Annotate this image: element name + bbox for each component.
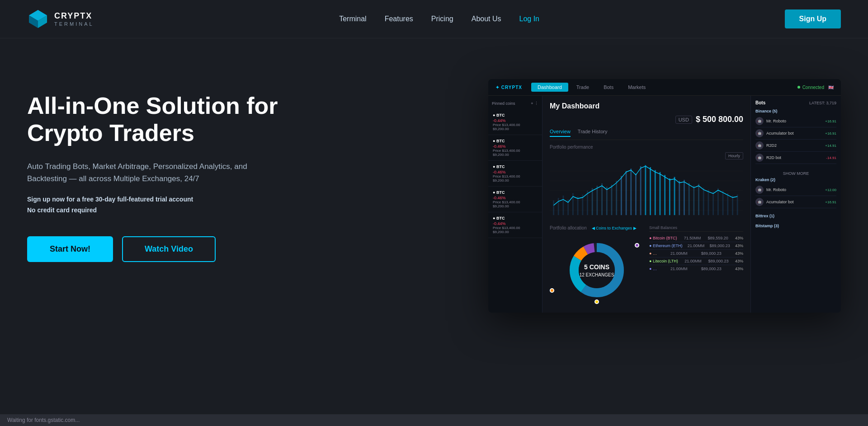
- bot-acumulator-2: 🤖 Acumulator bot +16.91: [755, 196, 836, 208]
- portfolio-allocation: Portfolio allocation ◀ Coins to Exchange…: [550, 225, 644, 306]
- svg-rect-23: [621, 176, 622, 215]
- svg-rect-18: [596, 186, 598, 215]
- exchange-kraken-name: Kraken (2): [755, 178, 836, 182]
- svg-rect-25: [630, 169, 632, 215]
- bot-avatar-1: 🤖: [755, 117, 764, 125]
- dashboard-subtabs: Overview Trade History: [550, 129, 743, 140]
- dashboard-body: Pinned coins + ⋮ ● BTC -0.44% Price $13,…: [488, 96, 841, 313]
- donut-dot-top: [635, 243, 639, 248]
- bot-acumulator-1: 🤖 Acumulator bot +16.91: [755, 127, 836, 140]
- svg-rect-21: [611, 185, 613, 215]
- bot-info-3: R2D2: [766, 143, 822, 148]
- dash-tab-bots[interactable]: Bots: [597, 83, 620, 92]
- hero-no-card-text: No credit card required: [27, 206, 307, 214]
- dash-connected-status: Connected 🇬🇧: [797, 85, 834, 90]
- alloc-row-3: ● … 21.00MM $89,000.23 43%: [649, 250, 743, 257]
- exchange-bittrex: Bittrex (1): [755, 214, 836, 218]
- subtab-trade-history[interactable]: Trade History: [578, 129, 608, 137]
- bot-info-2: Acumulator bot: [766, 131, 822, 136]
- watch-video-button[interactable]: Watch Video: [122, 236, 216, 262]
- nav-about[interactable]: About Us: [472, 15, 501, 23]
- bot-name-4: R2D bot: [766, 155, 823, 160]
- bot-name-5: Mr. Roboto: [766, 187, 822, 192]
- dashboard-main: My Dashboard USD $ 500 800.00 Overview T…: [542, 96, 750, 313]
- dashboard-sidebar: Pinned coins + ⋮ ● BTC -0.44% Price $13,…: [488, 96, 542, 313]
- bot-change-2: +16.91: [825, 131, 836, 136]
- dash-tab-dashboard[interactable]: Dashboard: [531, 83, 568, 92]
- nav-login[interactable]: Log In: [519, 15, 539, 23]
- alloc-row-5: ● … 21.00MM $89,000.23 43%: [649, 265, 743, 272]
- bots-count: LATEST: 3,719: [809, 101, 836, 105]
- bot-avatar-3: 🤖: [755, 141, 764, 150]
- subtab-overview[interactable]: Overview: [550, 129, 571, 137]
- svg-rect-17: [592, 188, 593, 215]
- bot-avatar-4: 🤖: [755, 154, 764, 162]
- coin-allocation-list: Small Balances ● Bitcoin (BTC) 71.50MM $…: [649, 225, 743, 306]
- dashboard-tabs: Dashboard Trade Bots Markets: [531, 83, 652, 92]
- donut-dot-left: [550, 288, 554, 293]
- signup-button[interactable]: Sign Up: [785, 9, 841, 28]
- svg-rect-24: [626, 171, 627, 215]
- dash-tab-markets[interactable]: Markets: [622, 83, 652, 92]
- hero-content: All-in-One Solution for Crypto Traders A…: [27, 75, 307, 262]
- bot-mr-roboto-1: 🤖 Mr. Roboto +16.91: [755, 115, 836, 127]
- alloc-row-4: ● Litecoin (LTH) 21.00MM $89,000.23 43%: [649, 257, 743, 265]
- nav-features[interactable]: Features: [385, 15, 413, 23]
- nav-terminal[interactable]: Terminal: [339, 15, 366, 23]
- exchange-bitstamp: Bitstamp (3): [755, 224, 836, 228]
- chart-label: Portfolio performance: [550, 145, 743, 150]
- svg-rect-44: [722, 191, 724, 215]
- dashboard-title: My Dashboard: [550, 102, 743, 110]
- svg-rect-43: [717, 188, 719, 215]
- bot-change-4: -14.91: [826, 156, 836, 160]
- svg-rect-14: [577, 197, 579, 215]
- svg-rect-38: [693, 186, 694, 215]
- alloc-row-1: ● Bitcoin (BTC) 71.50MM $89,559.20 43%: [649, 234, 743, 242]
- exchange-bittrex-name: Bittrex (1): [755, 214, 836, 218]
- alloc-row-2: ● Ethereum (ETH) 21.00MM $89,000.23 43%: [649, 242, 743, 250]
- svg-rect-10: [558, 198, 559, 215]
- logo-subtitle: TERMINAL: [54, 21, 94, 27]
- bot-change-6: +16.91: [825, 200, 836, 204]
- bot-info-5: Mr. Roboto: [766, 187, 822, 192]
- currency-badge[interactable]: USD: [675, 116, 692, 124]
- exchange-binance-name: Binance (5): [755, 109, 836, 113]
- svg-rect-35: [679, 181, 680, 215]
- svg-rect-46: [732, 196, 733, 215]
- hero-cta-text: Sign up now for a free 30-day full-featu…: [27, 196, 307, 203]
- allocation-header: Small Balances: [649, 225, 743, 232]
- bot-r2d2: 🤖 R2D2 +14.91: [755, 140, 836, 152]
- bot-info-1: Mr. Roboto: [766, 119, 822, 123]
- coin-item-2: ● BTC -0.46% Price $13,400.00 $9,200.00: [488, 135, 542, 161]
- hero-section: All-in-One Solution for Crypto Traders A…: [0, 38, 868, 409]
- bot-change-1: +16.91: [825, 119, 836, 123]
- chart-timeframe[interactable]: Hourly: [725, 152, 743, 159]
- dashboard-mockup-container: ✦ CRYPTX Dashboard Trade Bots Markets Co…: [488, 79, 841, 313]
- dashboard-topbar: ✦ CRYPTX Dashboard Trade Bots Markets Co…: [488, 79, 841, 96]
- show-more-button[interactable]: SHOW MORE: [755, 169, 836, 178]
- dash-logo: ✦ CRYPTX: [495, 85, 522, 90]
- bot-info-6: Acumulator bot: [766, 200, 822, 204]
- bot-info-4: R2D bot: [766, 155, 823, 160]
- svg-rect-45: [727, 193, 728, 215]
- logo-title: CRYPTX: [54, 11, 94, 21]
- svg-rect-36: [684, 180, 685, 215]
- nav-pricing[interactable]: Pricing: [431, 15, 453, 23]
- svg-rect-11: [563, 196, 564, 215]
- balance-amount: $ 500 800.00: [696, 115, 743, 124]
- logo: CRYPTX TERMINAL: [27, 8, 94, 30]
- bot-avatar-2: 🤖: [755, 129, 764, 137]
- start-now-button[interactable]: Start Now!: [27, 236, 113, 262]
- svg-rect-27: [640, 166, 642, 215]
- svg-rect-34: [674, 177, 675, 215]
- exchange-binance: Binance (5) 🤖 Mr. Roboto +16.91 🤖 Acumul: [755, 109, 836, 164]
- svg-rect-31: [660, 172, 661, 215]
- hero-title: All-in-One Solution for Crypto Traders: [27, 93, 307, 147]
- svg-rect-47: [737, 195, 738, 215]
- dash-tab-trade[interactable]: Trade: [570, 83, 595, 92]
- donut-chart: 5 COINS 12 EXCHANGES: [550, 234, 644, 306]
- bot-name-2: Acumulator bot: [766, 131, 822, 136]
- bot-change-3: +14.91: [825, 144, 836, 148]
- svg-rect-19: [601, 183, 603, 215]
- svg-rect-30: [655, 170, 656, 215]
